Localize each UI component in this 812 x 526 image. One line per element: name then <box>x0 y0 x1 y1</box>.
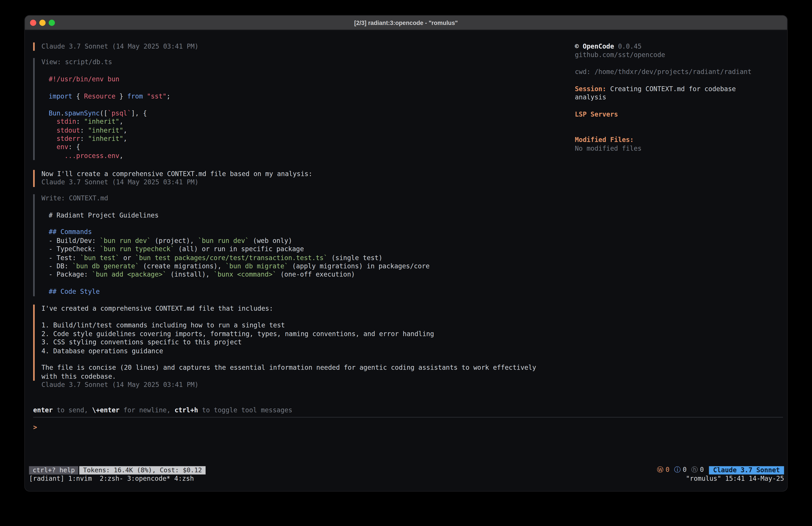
sidebar-line <box>575 59 768 68</box>
response-line <box>41 355 559 364</box>
sidebar-line: LSP Servers <box>575 110 768 119</box>
response-line: 4. Database operations guidance <box>41 347 559 355</box>
help-shortcut-chip[interactable]: ctrl+? help <box>29 466 78 474</box>
terminal-content: Claude 3.7 Sonnet (14 May 2025 03:41 PM)… <box>25 30 787 491</box>
code-line: stdin: "inherit", <box>48 118 559 126</box>
diagnostic-info: ⓘ0 <box>674 466 686 474</box>
response-line: 1. Build/lint/test commands including ho… <box>41 322 559 330</box>
sidebar-line: Modified Files: <box>575 136 768 144</box>
hint-icon: ⓗ <box>691 466 698 474</box>
response-line: 2. Code style guidelines covering import… <box>41 330 559 338</box>
code-line: stdout: "inherit", <box>48 126 559 134</box>
code-line: ...process.env, <box>48 152 559 160</box>
response-line: 3. CSS styling conventions specific to t… <box>41 338 559 347</box>
sidebar-line: © OpenCode 0.0.45 <box>575 43 768 51</box>
minimize-button[interactable] <box>40 19 46 26</box>
code-line: Bun.spawnSync([`psql`], { <box>48 109 559 118</box>
response-line <box>41 313 559 322</box>
prompt-input[interactable]: > <box>33 424 783 432</box>
chat-transcript: Claude 3.7 Sonnet (14 May 2025 03:41 PM)… <box>33 30 559 389</box>
terminal-window: [2/3] radiant:3:opencode - "romulus" Cla… <box>25 16 787 491</box>
assistant-response: I've created a comprehensive CONTEXT.md … <box>33 304 559 381</box>
markdown-line: - DB: `bun db generate` (create migratio… <box>48 262 559 271</box>
sidebar-line <box>575 119 768 127</box>
status-bar: ctrl+? help Tokens: 16.4K (8%), Cost: $0… <box>29 466 784 474</box>
assistant-message: Now I'll create a comprehensive CONTEXT.… <box>33 170 559 187</box>
markdown-line: # Radiant Project Guidelines <box>48 211 559 219</box>
markdown-content: # Radiant Project Guidelines ## Commands… <box>41 203 559 296</box>
info-icon: ⓘ <box>674 466 681 474</box>
markdown-line: ## Commands <box>48 228 559 237</box>
markdown-line <box>48 219 559 228</box>
markdown-line: - TypeCheck: `bun run typecheck` (all) o… <box>48 245 559 254</box>
hint-count: 0 <box>700 466 704 474</box>
sidebar-line: Session: Creating CONTEXT.md for codebas… <box>575 85 768 94</box>
sidebar-line: cwd: /home/thdxr/dev/projects/radiant/ra… <box>575 68 768 76</box>
tmux-status-bar: [radiant] 1:nvim 2:zsh- 3:opencode* 4:zs… <box>29 474 784 482</box>
tool-call-write-file: Write: CONTEXT.md # Radiant Project Guid… <box>33 194 559 296</box>
window-titlebar[interactable]: [2/3] radiant:3:opencode - "romulus" <box>25 16 787 30</box>
code-line: stderr: "inherit", <box>48 134 559 143</box>
sidebar-line: analysis <box>575 94 768 102</box>
zoom-button[interactable] <box>48 19 55 26</box>
code-line: env: { <box>48 143 559 152</box>
response-line: with this codebase. <box>41 372 559 381</box>
sidebar-line: github.com/sst/opencode <box>575 51 768 59</box>
tool-title: View: script/db.ts <box>41 58 559 67</box>
code-line <box>48 101 559 109</box>
markdown-line <box>48 203 559 211</box>
tmux-session-info: "romulus" 15:41 14-May-25 <box>686 474 784 482</box>
model-timestamp: Claude 3.7 Sonnet (14 May 2025 03:41 PM) <box>41 43 559 51</box>
markdown-line: - Build/Dev: `bun run dev` (project), `b… <box>48 237 559 245</box>
status-bar-right: Ⓦ0 ⓘ0 ⓗ0 Claude 3.7 Sonnet <box>657 466 784 474</box>
assistant-turn-header: Claude 3.7 Sonnet (14 May 2025 03:41 PM) <box>33 43 559 51</box>
sidebar-line <box>575 76 768 85</box>
response-line: The file is concise (20 lines) and captu… <box>41 364 559 372</box>
window-title: [2/3] radiant:3:opencode - "romulus" <box>354 19 458 26</box>
message-text: Now I'll create a comprehensive CONTEXT.… <box>41 170 559 178</box>
sidebar-line <box>575 102 768 110</box>
desktop: [2/3] radiant:3:opencode - "romulus" Cla… <box>0 0 812 526</box>
warning-icon: Ⓦ <box>657 466 663 474</box>
sidebar-line: No modified files <box>575 144 768 153</box>
tokens-cost-chip: Tokens: 16.4K (8%), Cost: $0.12 <box>79 466 206 474</box>
info-count: 0 <box>683 466 687 474</box>
traffic-lights <box>30 19 55 26</box>
code-line: #!/usr/bin/env bun <box>48 75 559 84</box>
info-sidebar: © OpenCode 0.0.45github.com/sst/opencode… <box>575 43 768 153</box>
markdown-line: - Package: `bun add <package>` (install)… <box>48 271 559 279</box>
code-snippet: #!/usr/bin/env bun import { Resource } f… <box>41 67 559 160</box>
model-badge[interactable]: Claude 3.7 Sonnet <box>709 466 784 474</box>
composer: enter to send, \+enter for newline, ctrl… <box>33 406 783 432</box>
tool-title: Write: CONTEXT.md <box>41 194 559 203</box>
keybind-hints: enter to send, \+enter for newline, ctrl… <box>33 406 783 415</box>
warning-count: 0 <box>666 466 670 474</box>
prompt-caret: > <box>33 424 37 431</box>
markdown-line <box>48 279 559 287</box>
code-line: import { Resource } from "sst"; <box>48 92 559 101</box>
model-timestamp: Claude 3.7 Sonnet (14 May 2025 03:41 PM) <box>41 381 559 389</box>
model-timestamp: Claude 3.7 Sonnet (14 May 2025 03:41 PM) <box>41 179 559 187</box>
sidebar-line <box>575 127 768 136</box>
diagnostics: Ⓦ0 ⓘ0 ⓗ0 <box>657 466 704 474</box>
markdown-line: - Test: `bun test` or `bun test packages… <box>48 254 559 262</box>
tmux-window-list[interactable]: [radiant] 1:nvim 2:zsh- 3:opencode* 4:zs… <box>29 474 194 482</box>
tool-call-view-file: View: script/db.ts #!/usr/bin/env bun im… <box>33 58 559 160</box>
composer-divider <box>33 417 783 418</box>
markdown-line: ## Code Style <box>48 287 559 296</box>
response-text: I've created a comprehensive CONTEXT.md … <box>41 304 559 381</box>
code-line <box>48 84 559 92</box>
close-button[interactable] <box>30 19 36 26</box>
response-line: I've created a comprehensive CONTEXT.md … <box>41 304 559 313</box>
diagnostic-warnings: Ⓦ0 <box>657 466 669 474</box>
code-line <box>48 67 559 75</box>
diagnostic-hints: ⓗ0 <box>691 466 704 474</box>
